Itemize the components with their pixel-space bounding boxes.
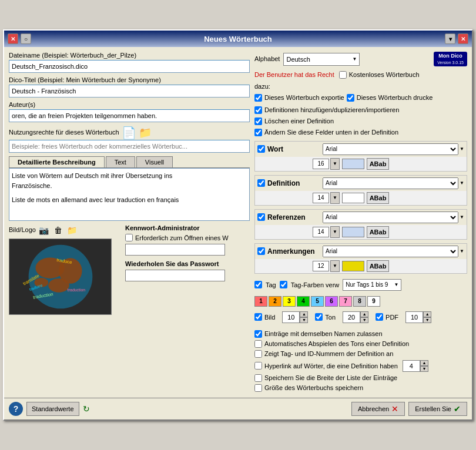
tag-color-4[interactable]: 4 bbox=[297, 296, 310, 307]
ton-size-input[interactable] bbox=[343, 311, 360, 323]
ref-abab-btn[interactable]: ABab bbox=[367, 226, 389, 238]
cancel-button[interactable]: Abbrechen ✕ bbox=[351, 402, 405, 416]
pdf-size-input[interactable] bbox=[405, 311, 423, 323]
kennwort-input[interactable] bbox=[125, 244, 225, 256]
ref-color-box[interactable] bbox=[342, 227, 364, 237]
alphabet-combo[interactable]: Deutsch ▼ bbox=[283, 53, 360, 66]
bild-spin-up[interactable]: ▲ bbox=[300, 311, 308, 317]
pdf-media-item: PDF bbox=[376, 313, 398, 321]
ref-size-arrow[interactable]: ▼ bbox=[330, 226, 340, 238]
pdf-media-checkbox[interactable] bbox=[376, 313, 383, 321]
desc-text-area[interactable]: Liste von Wörtern auf Deutsch mit ihrer … bbox=[9, 168, 250, 221]
hyperlink-spin-down[interactable]: ▼ bbox=[420, 366, 428, 372]
tag-nur-value: Nur Tags 1 bis 9 bbox=[346, 281, 393, 288]
speichern-checkbox[interactable] bbox=[254, 374, 262, 382]
tag-color-7[interactable]: 7 bbox=[339, 296, 352, 307]
tag-color-2[interactable]: 2 bbox=[269, 296, 281, 307]
tag-colors-row: 1 2 3 4 5 6 7 8 9 bbox=[254, 296, 467, 307]
bild-media-checkbox[interactable] bbox=[254, 313, 262, 321]
def-font-select[interactable]: Arial bbox=[323, 177, 458, 189]
hyperlink-spin-up[interactable]: ▲ bbox=[420, 360, 428, 366]
ref-font-select[interactable]: Arial bbox=[323, 211, 458, 223]
close-button-right[interactable]: ✕ bbox=[458, 33, 468, 44]
def-size-input[interactable] bbox=[313, 193, 329, 203]
minimize-button[interactable]: ○ bbox=[21, 33, 31, 44]
wort-color-box[interactable] bbox=[342, 159, 364, 169]
delete-icon[interactable]: 🗑 bbox=[52, 224, 64, 236]
bild-media-label: Bild bbox=[264, 314, 275, 321]
dateiname-input[interactable] bbox=[9, 60, 250, 73]
wort-font-select[interactable]: Arial bbox=[323, 143, 458, 155]
tab-beschreibung[interactable]: Detaillierte Beschreibung bbox=[9, 156, 105, 167]
kostenloses-checkbox[interactable] bbox=[339, 71, 347, 79]
anm-size-arrow[interactable]: ▼ bbox=[330, 260, 340, 272]
erstellen-button[interactable]: Erstellen Sie ✔ bbox=[408, 402, 467, 416]
def-abab-btn[interactable]: ABab bbox=[367, 192, 389, 204]
def-size-arrow[interactable]: ▼ bbox=[330, 192, 340, 204]
hyperlink-checkbox[interactable] bbox=[254, 362, 262, 370]
pdf-spin-up[interactable]: ▲ bbox=[423, 311, 431, 317]
anm-checkbox[interactable] bbox=[257, 247, 265, 255]
eintraege-checkbox[interactable] bbox=[254, 330, 262, 338]
help-button[interactable]: ? bbox=[9, 402, 23, 416]
nutzungs-input[interactable] bbox=[9, 140, 250, 153]
anm-size-input[interactable] bbox=[313, 261, 329, 271]
bild-spin-down[interactable]: ▼ bbox=[300, 317, 308, 323]
ton-spin-up[interactable]: ▲ bbox=[360, 311, 368, 317]
tag-color-6[interactable]: 6 bbox=[325, 296, 338, 307]
tag-color-1[interactable]: 1 bbox=[254, 296, 267, 307]
ref-label: Referenzen bbox=[267, 213, 320, 221]
bild-size-input[interactable] bbox=[282, 311, 300, 323]
pdf-spin-down[interactable]: ▼ bbox=[423, 317, 431, 323]
check5-checkbox[interactable] bbox=[254, 129, 262, 136]
tag-checkbox[interactable] bbox=[254, 281, 262, 288]
auteur-input[interactable] bbox=[9, 109, 250, 122]
check5-row: Ändern Sie diese Felder unten in der Def… bbox=[254, 129, 467, 136]
tag-farben-checkbox[interactable] bbox=[280, 281, 287, 288]
tag-color-3[interactable]: 3 bbox=[283, 296, 296, 307]
tag-color-8[interactable]: 8 bbox=[353, 296, 366, 307]
camera-icon[interactable]: 📷 bbox=[38, 224, 50, 236]
ton-media-checkbox[interactable] bbox=[315, 313, 323, 321]
wiederholen-input[interactable] bbox=[125, 270, 225, 281]
refresh-icon[interactable]: ↻ bbox=[83, 404, 90, 414]
hyperlink-size-input[interactable] bbox=[403, 360, 420, 372]
wort-size-input[interactable] bbox=[313, 159, 329, 169]
ref-checkbox[interactable] bbox=[257, 213, 265, 221]
bild-spin: ▲ ▼ bbox=[282, 311, 308, 323]
tag-nur-combo[interactable]: Nur Tags 1 bis 9 ▼ bbox=[343, 279, 401, 291]
wort-abab-btn[interactable]: ABab bbox=[367, 158, 389, 170]
tab-text[interactable]: Text bbox=[106, 156, 135, 167]
tab-visuell[interactable]: Visuell bbox=[136, 156, 173, 167]
anm-color-box[interactable] bbox=[342, 261, 364, 271]
check5-label: Ändern Sie diese Felder unten in der Def… bbox=[264, 129, 398, 136]
svg-text:traduction: traduction bbox=[68, 288, 85, 292]
check4-checkbox[interactable] bbox=[254, 117, 262, 125]
desc-section: Detaillierte Beschreibung Text Visuell L… bbox=[9, 156, 250, 221]
ton-spin-down[interactable]: ▼ bbox=[360, 317, 368, 323]
dico-titel-input[interactable] bbox=[9, 85, 250, 98]
kennwort-checkbox[interactable] bbox=[125, 234, 133, 241]
wort-size-arrow[interactable]: ▼ bbox=[330, 158, 340, 170]
groesse-checkbox[interactable] bbox=[254, 384, 262, 392]
zeigt-checkbox[interactable] bbox=[254, 350, 262, 358]
standardwerte-button[interactable]: Standardwerte bbox=[26, 402, 79, 416]
anm-abab-btn[interactable]: ABab bbox=[367, 260, 389, 272]
check1-checkbox[interactable] bbox=[254, 94, 262, 102]
check2-checkbox[interactable] bbox=[347, 94, 354, 102]
tag-color-9[interactable]: 9 bbox=[367, 296, 380, 307]
ref-size-input[interactable] bbox=[313, 227, 329, 237]
def-checkbox[interactable] bbox=[257, 179, 265, 187]
right-panel: Alphabet Deutsch ▼ Mon Dico Version 3.0.… bbox=[254, 52, 467, 393]
auto-checkbox[interactable] bbox=[254, 340, 262, 348]
minimize-button-right[interactable]: ▾ bbox=[445, 33, 455, 44]
close-button-left[interactable]: ✕ bbox=[8, 33, 18, 44]
anm-font-select[interactable]: Arial bbox=[323, 246, 458, 257]
wort-checkbox[interactable] bbox=[257, 145, 265, 153]
folder-icon[interactable]: 📁 bbox=[139, 126, 152, 139]
def-font-row: Arial ▼ bbox=[323, 177, 464, 189]
tag-color-5[interactable]: 5 bbox=[311, 296, 324, 307]
def-color-box[interactable] bbox=[342, 193, 364, 203]
check3-checkbox[interactable] bbox=[254, 106, 262, 114]
folder-icon2[interactable]: 📁 bbox=[66, 224, 78, 236]
